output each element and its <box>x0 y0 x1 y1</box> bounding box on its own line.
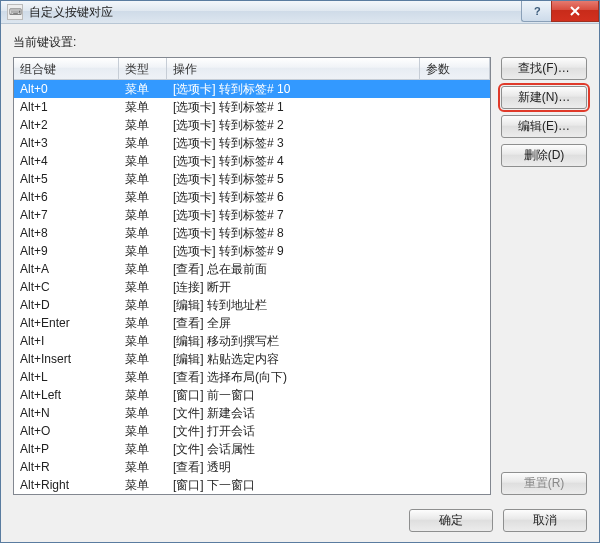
cell-key: Alt+A <box>14 260 119 278</box>
cell-key: Alt+L <box>14 368 119 386</box>
cell-op: [文件] 打开会话 <box>167 422 420 440</box>
table-row[interactable]: Alt+3菜单[选项卡] 转到标签# 3 <box>14 134 490 152</box>
cell-op: [窗口] 下一窗口 <box>167 476 420 494</box>
cell-op: [查看] 全屏 <box>167 314 420 332</box>
table-row[interactable]: Alt+R菜单[查看] 透明 <box>14 458 490 476</box>
cell-op: [编辑] 移动到撰写栏 <box>167 332 420 350</box>
cell-type: 菜单 <box>119 152 167 170</box>
table-row[interactable]: Alt+9菜单[选项卡] 转到标签# 9 <box>14 242 490 260</box>
table-row[interactable]: Alt+I菜单[编辑] 移动到撰写栏 <box>14 332 490 350</box>
window-title: 自定义按键对应 <box>29 4 113 21</box>
cell-op: [查看] 选择布局(向下) <box>167 368 420 386</box>
cell-key: Alt+7 <box>14 206 119 224</box>
cell-type: 菜单 <box>119 170 167 188</box>
cell-op: [选项卡] 转到标签# 5 <box>167 170 420 188</box>
cell-op: [编辑] 转到地址栏 <box>167 296 420 314</box>
cell-key: Alt+8 <box>14 224 119 242</box>
table-row[interactable]: Alt+Right菜单[窗口] 下一窗口 <box>14 476 490 494</box>
column-header-key[interactable]: 组合键 <box>14 58 119 79</box>
cell-op: [编辑] 粘贴选定内容 <box>167 350 420 368</box>
cell-param <box>420 206 490 224</box>
cell-type: 菜单 <box>119 188 167 206</box>
cell-param <box>420 404 490 422</box>
table-row[interactable]: Alt+Enter菜单[查看] 全屏 <box>14 314 490 332</box>
column-header-type[interactable]: 类型 <box>119 58 167 79</box>
cell-key: Alt+5 <box>14 170 119 188</box>
table-row[interactable]: Alt+Left菜单[窗口] 前一窗口 <box>14 386 490 404</box>
cell-key: Alt+Enter <box>14 314 119 332</box>
cell-type: 菜单 <box>119 116 167 134</box>
list-header: 组合键 类型 操作 参数 <box>14 58 490 80</box>
cell-op: [窗口] 前一窗口 <box>167 386 420 404</box>
dialog-window: ⌨ 自定义按键对应 ? 当前键设置: 组合键 类型 操作 参数 Alt+0菜单[… <box>0 0 600 543</box>
table-row[interactable]: Alt+1菜单[选项卡] 转到标签# 1 <box>14 98 490 116</box>
table-row[interactable]: Alt+6菜单[选项卡] 转到标签# 6 <box>14 188 490 206</box>
close-button[interactable] <box>551 1 599 22</box>
cell-key: Alt+R <box>14 458 119 476</box>
cell-type: 菜单 <box>119 278 167 296</box>
cell-key: Alt+O <box>14 422 119 440</box>
delete-button[interactable]: 删除(D) <box>501 144 587 167</box>
help-button[interactable]: ? <box>521 1 551 22</box>
cell-param <box>420 152 490 170</box>
key-list[interactable]: 组合键 类型 操作 参数 Alt+0菜单[选项卡] 转到标签# 10Alt+1菜… <box>13 57 491 495</box>
cell-key: Alt+C <box>14 278 119 296</box>
cell-key: Alt+3 <box>14 134 119 152</box>
cell-param <box>420 368 490 386</box>
table-row[interactable]: Alt+0菜单[选项卡] 转到标签# 10 <box>14 80 490 98</box>
cell-key: Alt+Right <box>14 476 119 494</box>
cell-type: 菜单 <box>119 350 167 368</box>
cell-op: [选项卡] 转到标签# 10 <box>167 80 420 98</box>
table-row[interactable]: Alt+Insert菜单[编辑] 粘贴选定内容 <box>14 350 490 368</box>
cell-param <box>420 440 490 458</box>
cell-op: [选项卡] 转到标签# 1 <box>167 98 420 116</box>
table-row[interactable]: Alt+5菜单[选项卡] 转到标签# 5 <box>14 170 490 188</box>
table-row[interactable]: Alt+7菜单[选项卡] 转到标签# 7 <box>14 206 490 224</box>
cell-type: 菜单 <box>119 458 167 476</box>
cell-param <box>420 260 490 278</box>
cell-type: 菜单 <box>119 134 167 152</box>
cancel-button[interactable]: 取消 <box>503 509 587 532</box>
cell-key: Alt+6 <box>14 188 119 206</box>
cell-param <box>420 386 490 404</box>
cell-type: 菜单 <box>119 368 167 386</box>
cell-param <box>420 170 490 188</box>
table-row[interactable]: Alt+P菜单[文件] 会话属性 <box>14 440 490 458</box>
reset-button[interactable]: 重置(R) <box>501 472 587 495</box>
new-button[interactable]: 新建(N)… <box>501 86 587 109</box>
table-row[interactable]: Alt+N菜单[文件] 新建会话 <box>14 404 490 422</box>
cell-op: [查看] 透明 <box>167 458 420 476</box>
find-button[interactable]: 查找(F)… <box>501 57 587 80</box>
cell-op: [选项卡] 转到标签# 7 <box>167 206 420 224</box>
list-body[interactable]: Alt+0菜单[选项卡] 转到标签# 10Alt+1菜单[选项卡] 转到标签# … <box>14 80 490 494</box>
table-row[interactable]: Alt+L菜单[查看] 选择布局(向下) <box>14 368 490 386</box>
cell-param <box>420 224 490 242</box>
table-row[interactable]: Alt+C菜单[连接] 断开 <box>14 278 490 296</box>
ok-button[interactable]: 确定 <box>409 509 493 532</box>
cell-param <box>420 458 490 476</box>
table-row[interactable]: Alt+8菜单[选项卡] 转到标签# 8 <box>14 224 490 242</box>
table-row[interactable]: Alt+2菜单[选项卡] 转到标签# 2 <box>14 116 490 134</box>
cell-param <box>420 98 490 116</box>
cell-param <box>420 350 490 368</box>
cell-key: Alt+0 <box>14 80 119 98</box>
edit-button[interactable]: 编辑(E)… <box>501 115 587 138</box>
client-area: 当前键设置: 组合键 类型 操作 参数 Alt+0菜单[选项卡] 转到标签# 1… <box>1 24 599 542</box>
titlebar: ⌨ 自定义按键对应 ? <box>1 1 599 24</box>
cell-type: 菜单 <box>119 404 167 422</box>
cell-param <box>420 242 490 260</box>
column-header-op[interactable]: 操作 <box>167 58 420 79</box>
table-row[interactable]: Alt+D菜单[编辑] 转到地址栏 <box>14 296 490 314</box>
table-row[interactable]: Alt+4菜单[选项卡] 转到标签# 4 <box>14 152 490 170</box>
cell-op: [选项卡] 转到标签# 9 <box>167 242 420 260</box>
cell-key: Alt+D <box>14 296 119 314</box>
titlebar-buttons: ? <box>521 1 599 22</box>
cell-param <box>420 278 490 296</box>
table-row[interactable]: Alt+O菜单[文件] 打开会话 <box>14 422 490 440</box>
main-content: 组合键 类型 操作 参数 Alt+0菜单[选项卡] 转到标签# 10Alt+1菜… <box>13 57 587 495</box>
column-header-param[interactable]: 参数 <box>420 58 490 79</box>
cell-type: 菜单 <box>119 98 167 116</box>
cell-type: 菜单 <box>119 296 167 314</box>
table-row[interactable]: Alt+A菜单[查看] 总在最前面 <box>14 260 490 278</box>
current-keys-label: 当前键设置: <box>13 34 587 51</box>
